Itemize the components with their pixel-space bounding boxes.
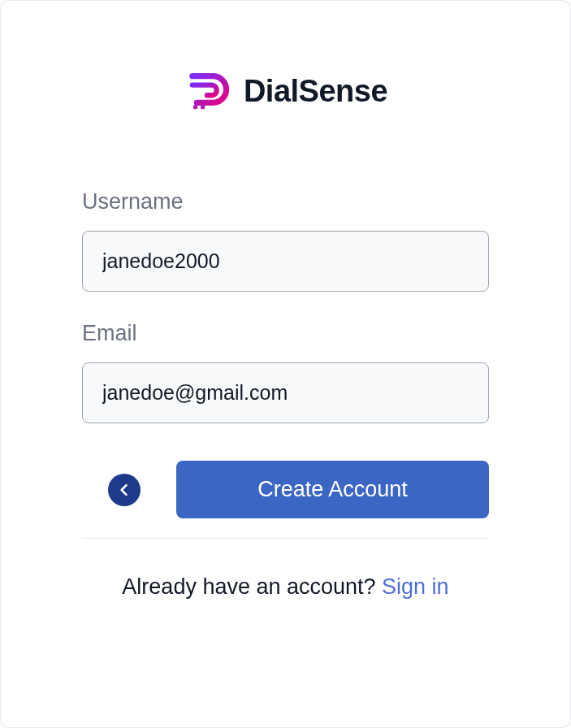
dialsense-logo-icon [184,66,231,116]
email-field-group: Email [82,321,489,423]
create-account-button[interactable]: Create Account [176,461,489,518]
email-label: Email [82,321,489,346]
username-input[interactable] [82,231,489,292]
brand-name: DialSense [244,74,387,109]
svg-point-1 [201,105,205,109]
form-actions: Create Account [82,461,489,539]
back-button[interactable] [108,474,141,506]
svg-point-0 [193,105,197,109]
brand-header: DialSense [82,66,489,116]
signin-prompt-text: Already have an account? [122,574,382,599]
username-label: Username [82,189,489,214]
signup-card: DialSense Username Email Create Account … [0,0,571,728]
email-input[interactable] [82,362,489,423]
arrow-left-icon [116,482,132,498]
signin-prompt: Already have an account? Sign in [82,570,489,604]
username-field-group: Username [82,189,489,292]
signin-link[interactable]: Sign in [382,574,449,599]
